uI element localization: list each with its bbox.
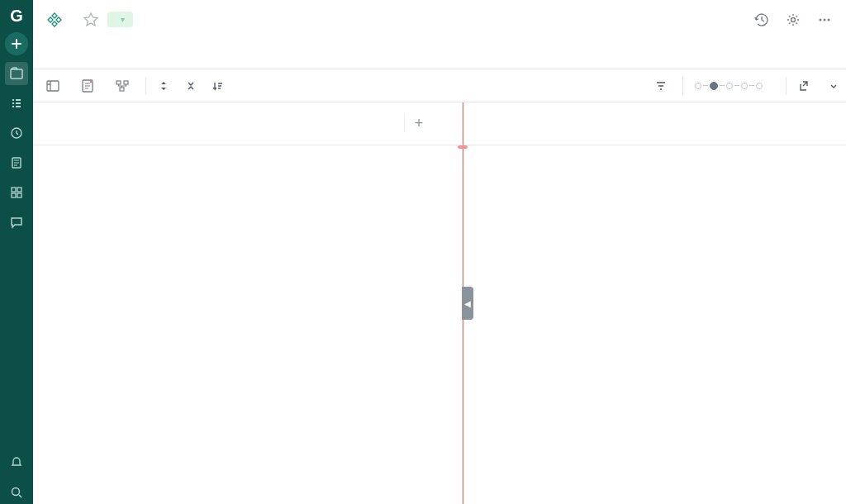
svg-rect-0 bbox=[11, 69, 22, 78]
today-label bbox=[458, 145, 468, 149]
nav-item-apps[interactable] bbox=[5, 181, 28, 204]
svg-rect-1 bbox=[12, 99, 14, 101]
add-column-button[interactable]: + bbox=[404, 115, 433, 132]
svg-point-13 bbox=[12, 488, 20, 496]
svg-rect-12 bbox=[17, 193, 21, 197]
svg-rect-18 bbox=[47, 81, 59, 91]
svg-point-17 bbox=[828, 18, 830, 21]
svg-rect-5 bbox=[12, 106, 14, 107]
svg-rect-6 bbox=[16, 106, 21, 107]
timeline-header bbox=[463, 102, 846, 145]
nav-item-notifications[interactable] bbox=[5, 451, 28, 474]
nav-item-docs[interactable] bbox=[5, 151, 28, 174]
zoom-slider[interactable] bbox=[695, 82, 763, 90]
svg-rect-23 bbox=[120, 88, 124, 91]
nav-item-search[interactable] bbox=[5, 481, 28, 504]
expand-all-button[interactable] bbox=[158, 80, 173, 92]
svg-point-16 bbox=[824, 18, 826, 21]
nav-item-tasks[interactable] bbox=[5, 92, 28, 115]
svg-rect-10 bbox=[17, 188, 21, 192]
cascade-sort-button[interactable] bbox=[212, 80, 228, 92]
view-tabs bbox=[33, 40, 846, 69]
favorite-toggle[interactable] bbox=[83, 12, 99, 28]
svg-rect-2 bbox=[16, 99, 21, 101]
more-button[interactable] bbox=[813, 8, 836, 31]
view-button[interactable] bbox=[825, 82, 838, 90]
topbar: ▾ bbox=[33, 0, 846, 40]
svg-rect-22 bbox=[124, 81, 128, 84]
nav-create-button[interactable] bbox=[5, 32, 28, 55]
grid-header: + bbox=[33, 102, 462, 145]
nav-item-chat[interactable] bbox=[5, 211, 28, 234]
status-badge[interactable]: ▾ bbox=[107, 12, 133, 27]
export-button[interactable] bbox=[798, 80, 814, 92]
history-button[interactable] bbox=[750, 8, 773, 31]
gantt-chart: ◀ bbox=[463, 102, 846, 504]
svg-point-14 bbox=[791, 17, 796, 21]
svg-point-15 bbox=[820, 18, 822, 21]
svg-point-20 bbox=[90, 81, 92, 83]
toolbar bbox=[33, 69, 846, 102]
toolbar-critical-path-button[interactable] bbox=[76, 74, 99, 97]
nav-item-time[interactable] bbox=[5, 121, 28, 145]
settings-button[interactable] bbox=[782, 8, 805, 31]
svg-rect-3 bbox=[12, 102, 14, 104]
svg-rect-9 bbox=[12, 188, 16, 192]
svg-rect-4 bbox=[16, 102, 21, 104]
logo: G bbox=[10, 7, 23, 26]
nav-item-projects[interactable] bbox=[5, 62, 28, 85]
collapse-grid-handle[interactable]: ◀ bbox=[462, 287, 473, 320]
task-grid: + bbox=[33, 102, 463, 504]
svg-rect-11 bbox=[12, 193, 16, 197]
svg-rect-21 bbox=[116, 81, 121, 84]
filter-button[interactable] bbox=[655, 80, 671, 92]
toolbar-columns-button[interactable] bbox=[41, 74, 64, 97]
nav-rail: G bbox=[0, 0, 33, 504]
toolbar-hierarchy-button[interactable] bbox=[111, 74, 134, 97]
collapse-all-button[interactable] bbox=[185, 80, 201, 92]
project-icon[interactable] bbox=[43, 8, 66, 31]
chevron-down-icon: ▾ bbox=[121, 15, 125, 24]
